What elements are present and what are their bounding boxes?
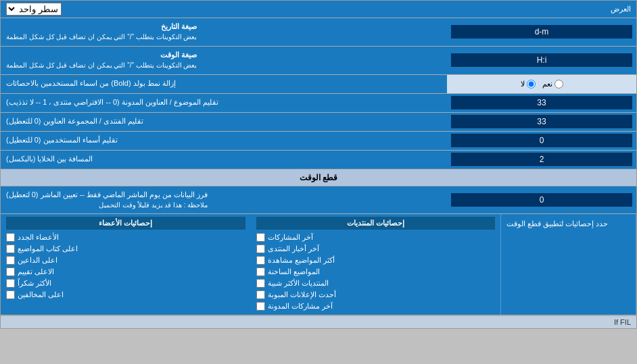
time-format-row: صيغة الوقت بعض التكوينات يتطلب "/" التي …	[1, 47, 636, 75]
date-format-row: صيغة التاريخ بعض التكوينات يتطلب "/" الت…	[1, 18, 636, 47]
forum-limit-row: تقليم الفنتدى / المجموعة العناوين (0 للت…	[1, 113, 636, 132]
checkbox-item-top-inviters: اعلى الداعين	[6, 255, 245, 266]
forum-stats-col: إحصائيات المنتديات آخر المشاركات آخر أخب…	[251, 214, 502, 315]
topic-limit-row: تقليم الموضوع / العناوين المدونة (0 -- ا…	[1, 94, 636, 113]
checkbox-item-hot-topics: المواضيع الساخنة	[256, 266, 496, 278]
bold-radio-no-label[interactable]: لا	[521, 80, 536, 88]
forum-limit-input[interactable]	[451, 115, 632, 128]
checkbox-item-blog-posts: آخر مشاركات المدونة	[256, 301, 496, 312]
checkbox-item-last-posts: آخر المشاركات	[256, 232, 496, 243]
time-cut-label: فرز البيانات من يوم الماشر الماضي فقط --…	[1, 186, 447, 214]
forum-stats-header: إحصائيات المنتديات	[256, 217, 496, 230]
checkbox-item-most-viewed: أكثر المواضيع مشاهدة	[256, 255, 496, 266]
checkbox-most-thanked[interactable]	[6, 279, 15, 288]
checkbox-item-top-writers: اعلى كتاب المواضيع	[6, 243, 245, 255]
checkbox-top-violators[interactable]	[6, 290, 15, 299]
time-cut-header: قطع الوقت	[1, 170, 636, 186]
user-limit-input[interactable]	[451, 134, 632, 147]
user-limit-row: تقليم أسماء المستخدمين (0 للتعطيل)	[1, 132, 636, 151]
checkbox-blog-posts[interactable]	[256, 302, 265, 311]
time-cut-row: فرز البيانات من يوم الماشر الماضي فقط --…	[1, 186, 636, 215]
checkbox-item-ads: أحدث الإعلانات المبوبة	[256, 289, 496, 301]
checkbox-top-rated[interactable]	[6, 267, 15, 276]
checkbox-new-members[interactable]	[6, 233, 15, 242]
cell-spacing-input[interactable]	[451, 153, 632, 166]
checkbox-top-inviters[interactable]	[6, 256, 15, 265]
time-format-input-cell	[447, 47, 636, 74]
date-format-input-cell	[447, 18, 636, 46]
bold-remove-row: نعم لا إزالة نمط بولد (Bold) من اسماء ال…	[1, 75, 636, 94]
bold-radio-yes-label[interactable]: نعم	[542, 80, 563, 88]
checkbox-forum-news[interactable]	[256, 244, 265, 253]
limit-label: حدد إحصائيات لتطبيق قطع الوقت	[501, 214, 636, 315]
cell-spacing-row: المسافة بين الخلايا (بالبكسل)	[1, 151, 636, 170]
topic-limit-input[interactable]	[451, 96, 632, 109]
checkbox-popular-forums[interactable]	[256, 279, 265, 288]
time-cut-input-cell	[447, 186, 636, 214]
header-label: العرض	[62, 5, 631, 14]
topic-limit-label: تقليم الموضوع / العناوين المدونة (0 -- ا…	[1, 94, 447, 112]
member-stats-header: إحصائيات الأعضاء	[6, 217, 245, 230]
display-select[interactable]: سطر واحد سطران ثلاثة أسطر	[6, 3, 62, 16]
bold-radio-group: نعم لا	[514, 77, 570, 91]
checkbox-item-new-members: الأعضاء الجدد	[6, 232, 245, 243]
bold-radio-yes[interactable]	[555, 80, 563, 88]
date-format-input[interactable]	[451, 25, 632, 38]
forum-limit-label: تقليم الفنتدى / المجموعة العناوين (0 للت…	[1, 113, 447, 131]
bold-radio-cell: نعم لا	[447, 75, 636, 93]
checkbox-item-top-violators: اعلى المخالفين	[6, 289, 245, 301]
time-format-input[interactable]	[451, 53, 632, 67]
bold-radio-no[interactable]	[527, 80, 536, 88]
cell-spacing-input-cell	[447, 151, 636, 169]
checkbox-top-writers[interactable]	[6, 244, 15, 253]
if-fil-text: If FIL	[614, 318, 631, 326]
date-format-label: صيغة التاريخ بعض التكوينات يتطلب "/" الت…	[1, 18, 447, 46]
time-format-label: صيغة الوقت بعض التكوينات يتطلب "/" التي …	[1, 47, 447, 74]
user-limit-input-cell	[447, 132, 636, 150]
checkbox-item-popular-forums: المنتديات الأكثر شبية	[256, 278, 496, 289]
if-fil-row: If FIL	[1, 315, 636, 328]
checkbox-item-forum-news: آخر أخبار المنتدى	[256, 243, 496, 255]
checkbox-most-viewed[interactable]	[256, 256, 265, 265]
member-stats-col: إحصائيات الأعضاء الأعضاء الجدد اعلى كتاب…	[1, 214, 251, 315]
checkbox-last-posts[interactable]	[256, 233, 265, 242]
time-cut-input[interactable]	[451, 193, 632, 207]
checkbox-item-top-rated: الاعلى تقييم	[6, 266, 245, 278]
user-limit-label: تقليم أسماء المستخدمين (0 للتعطيل)	[1, 132, 447, 150]
checkbox-hot-topics[interactable]	[256, 267, 265, 276]
limit-checkboxes-section: حدد إحصائيات لتطبيق قطع الوقت إحصائيات ا…	[1, 214, 636, 315]
header-row: العرض سطر واحد سطران ثلاثة أسطر	[1, 1, 636, 18]
checkbox-item-most-thanked: الأكثر شكراً	[6, 278, 245, 289]
cell-spacing-label: المسافة بين الخلايا (بالبكسل)	[1, 151, 447, 169]
topic-limit-input-cell	[447, 94, 636, 112]
checkbox-ads[interactable]	[256, 290, 265, 299]
forum-limit-input-cell	[447, 113, 636, 131]
bold-remove-label: إزالة نمط بولد (Bold) من اسماء المستخدمي…	[1, 75, 447, 93]
